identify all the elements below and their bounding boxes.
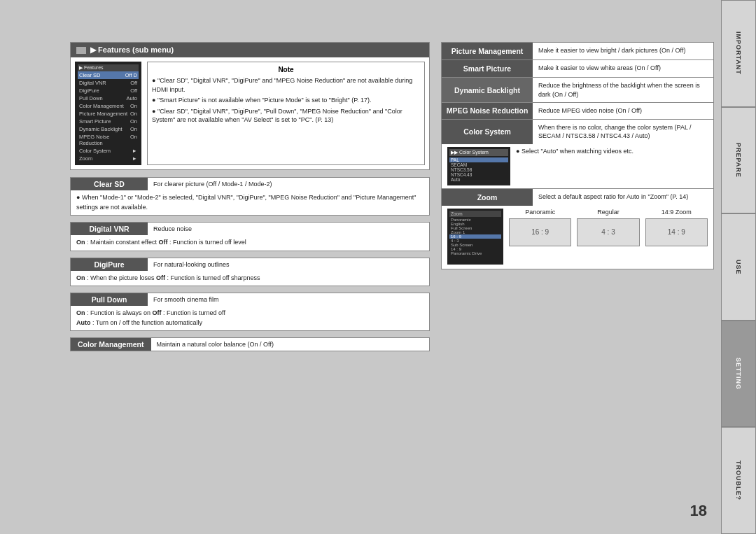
side-tab-trouble[interactable]: TROUBLE?: [721, 427, 756, 534]
clear-sd-body: ● When "Mode-1" or "Mode-2" is selected,…: [71, 190, 429, 215]
pull-down-desc: For smooth cinema film: [148, 293, 429, 306]
zoom-labels-row: Panoramic Regular 14:9 Zoom: [509, 209, 708, 216]
pull-down-body: On : Function is always on Off : Functio…: [71, 306, 429, 330]
cs-ntsc443-label: NTSC4.43: [451, 172, 472, 177]
digipure-on-label: On: [76, 274, 85, 281]
color-system-top: Color System When there is no color, cha…: [442, 120, 713, 144]
side-tab-prepare[interactable]: PREPARE: [721, 107, 756, 214]
menu-row-smartpic: Smart Picture On: [78, 118, 139, 125]
zoom-menu-pandrive: Panoramic Drive: [449, 251, 501, 255]
note-bullet-3: ● "Clear SD", "Digital VNR", "DigiPure",…: [152, 107, 420, 125]
menu-zoom-label: Zoom: [79, 155, 92, 162]
pull-down-on-label: On: [76, 309, 85, 316]
menu-colorsys-label: Color System: [79, 148, 111, 154]
zoom-header: Zoom: [442, 189, 533, 206]
side-tabs: IMPORTANT PREPARE USE SETTING TROUBLE?: [721, 0, 756, 534]
menu-colormgmt-label: Color Management: [79, 103, 124, 109]
menu-mpeg-label: MPEG Noise Reduction: [79, 134, 130, 146]
side-tab-setting[interactable]: SETTING: [721, 321, 756, 428]
digital-vnr-off-desc: : Function is turned off level: [169, 239, 246, 246]
note-bullet-1: ● "Clear SD", "Digital VNR", "DigiPure" …: [152, 76, 420, 94]
zoom-box-regular: 4 : 3: [577, 218, 639, 246]
color-management-title: Color Management: [71, 338, 151, 351]
pull-down-on-colon: : Function is always on: [87, 309, 153, 316]
digipure-header-row: DigiPure For natural-looking outlines: [71, 258, 429, 271]
note-box: Note ● "Clear SD", "Digital VNR", "DigiP…: [147, 62, 425, 165]
cs-item-ntsc443: NTSC4.43: [449, 172, 508, 177]
picture-management-item: Picture Management Make it easier to vie…: [441, 42, 714, 60]
menu-clearsd-value: Off D: [125, 72, 137, 78]
note-title: Note: [152, 66, 420, 73]
digipure-off-label: Off: [156, 274, 165, 281]
zoom-label-149zoom: 14:9 Zoom: [645, 209, 708, 216]
note-text: ● "Clear SD", "Digital VNR", "DigiPure" …: [152, 76, 420, 125]
pull-down-auto-row: Auto : Turn on / off the function automa…: [76, 318, 424, 328]
menu-clearsd-label: Clear SD: [79, 72, 100, 78]
menu-row-dynback: Dynamic Backlight On: [78, 125, 139, 133]
menu-row-colormgmt: Color Management On: [78, 102, 139, 110]
zoom-boxes-row: 16 : 9 4 : 3 14 : 9: [509, 218, 708, 246]
dynamic-backlight-item: Dynamic Backlight Reduce the brightness …: [441, 77, 714, 103]
zoom-label-regular: Regular: [577, 209, 639, 216]
digipure-section: DigiPure For natural-looking outlines On…: [70, 258, 430, 287]
menu-header-row: ▶ Features: [78, 64, 139, 71]
cs-ntsc358-label: NTSC3.58: [451, 167, 472, 172]
smart-picture-header: Smart Picture: [442, 60, 533, 77]
cs-secam-label: SECAM: [451, 162, 467, 167]
zoom-title-text: Zoom: [477, 193, 498, 202]
cs-pal-label: PAL: [451, 157, 459, 162]
zoom-menu-title-row: Zoom: [449, 211, 501, 217]
color-system-menu-preview: ▶▶ Color System PAL SECAM NTSC3.58 NTSC4…: [447, 147, 510, 185]
features-menu-preview: ▶ Features Clear SD Off D Digital VNR Of…: [75, 62, 141, 165]
picture-management-header: Picture Management: [442, 43, 533, 59]
digital-vnr-on-label: On: [76, 239, 85, 246]
pull-down-header-row: Pull Down For smooth cinema film: [71, 293, 429, 306]
menu-mpeg-value: On: [130, 134, 137, 146]
menu-smartpic-value: On: [130, 118, 137, 125]
features-box: ▶ Features (sub menu) ▶ Features Clear S…: [70, 42, 430, 170]
digipure-desc: For natural-looking outlines: [148, 258, 429, 271]
menu-digitalvnr-value: Off: [130, 80, 137, 86]
dynamic-backlight-desc: Reduce the brightness of the backlight w…: [533, 78, 713, 102]
zoom-section: Zoom Select a default aspect ratio for A…: [441, 188, 714, 269]
cs-item-ntsc358: NTSC3.58: [449, 167, 508, 172]
color-system-bottom: ▶▶ Color System PAL SECAM NTSC3.58 NTSC4…: [442, 144, 713, 188]
pull-down-on-row: On : Function is always on Off : Functio…: [76, 309, 424, 318]
cs-item-auto: Auto: [449, 177, 508, 182]
menu-row-pulldown: Pull Down Auto: [78, 94, 139, 102]
smart-picture-desc: Make it easier to view white areas (On /…: [533, 60, 713, 77]
color-system-note-text: ● Select "Auto" when watching videos etc…: [516, 148, 634, 155]
dynamic-backlight-header: Dynamic Backlight: [442, 78, 533, 102]
zoom-label-panoramic: Panoramic: [509, 209, 571, 216]
clear-sd-warning: ● When "Mode-1" or "Mode-2" is selected,…: [76, 194, 416, 211]
menu-colorsys-value: ►: [132, 148, 137, 154]
menu-row-mpeg: MPEG Noise Reduction On: [78, 133, 139, 147]
cs-auto-label: Auto: [451, 177, 460, 182]
features-title: ▶ Features (sub menu): [71, 43, 429, 57]
digipure-off-desc: : Function is turned off sharpness: [167, 274, 260, 281]
pull-down-auto-label: Auto: [76, 319, 91, 326]
digipure-body: On : When the picture loses Off : Functi…: [71, 271, 429, 286]
pull-down-section: Pull Down For smooth cinema film On : Fu…: [70, 293, 430, 331]
digital-vnr-header-row: Digital VNR Reduce noise: [71, 223, 429, 235]
color-system-note: ● Select "Auto" when watching videos etc…: [516, 147, 708, 185]
features-icon: [76, 47, 86, 54]
color-system-title-text: Color System: [463, 127, 511, 136]
pull-down-off-desc: : Function is turned off: [163, 309, 225, 316]
color-system-section: Color System When there is no color, cha…: [441, 119, 714, 189]
menu-digipure-value: Off: [130, 87, 137, 94]
side-tab-important[interactable]: IMPORTANT: [721, 0, 756, 107]
menu-row-picturemgmt: Picture Management On: [78, 110, 139, 118]
clear-sd-title: Clear SD: [71, 178, 148, 190]
zoom-menu-preview: Zoom Panoramic English Full Screen Zoom …: [447, 209, 503, 265]
pull-down-title: Pull Down: [71, 293, 148, 306]
side-tab-use[interactable]: USE: [721, 213, 756, 321]
clear-sd-section: Clear SD For clearer picture (Off / Mode…: [70, 177, 430, 216]
color-management-header-row: Color Management Maintain a natural colo…: [71, 338, 429, 351]
mpeg-noise-item: MPEG Noise Reduction Reduce MPEG video n…: [441, 102, 714, 120]
clear-sd-header-row: Clear SD For clearer picture (Off / Mode…: [71, 178, 429, 190]
cs-menu-title: ▶▶ Color System: [449, 149, 508, 156]
menu-row-clearsd: Clear SD Off D: [78, 71, 139, 79]
picture-management-desc: Make it easier to view bright / dark pic…: [533, 43, 713, 59]
dynamic-backlight-title-text: Dynamic Backlight: [454, 86, 520, 94]
